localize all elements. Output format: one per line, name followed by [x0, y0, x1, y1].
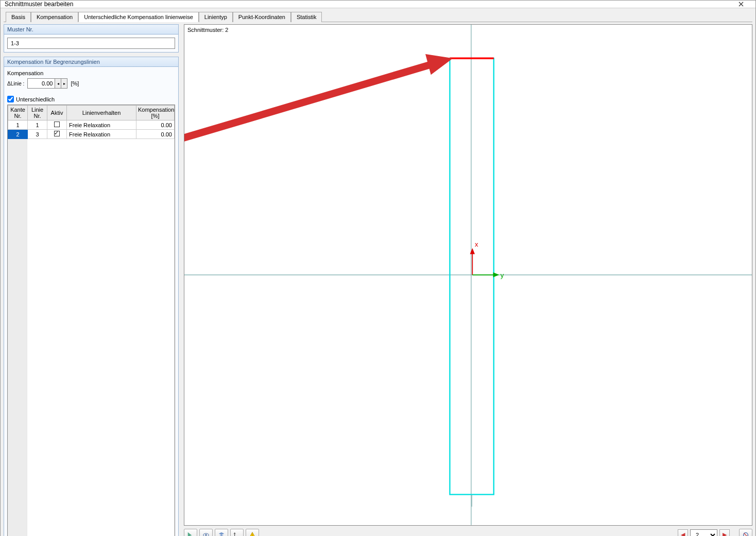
tabstrip: Basis Kompensation Unterschiedliche Komp… — [4, 11, 752, 22]
delta-spin-up[interactable]: ▸ — [61, 78, 67, 89]
svg-text:y: y — [501, 271, 504, 279]
tool-eye-icon[interactable] — [199, 529, 213, 536]
tab-punkt-koordinaten[interactable]: Punkt-Koordinaten — [233, 12, 291, 22]
preview-viewport[interactable]: Schnittmuster: 2 — [184, 24, 752, 526]
preview-toolbar: ◀ 2 ▶ — [184, 528, 752, 536]
tab-linientyp[interactable]: Linientyp — [199, 12, 233, 22]
lines-grid[interactable]: Kante Nr. Linie Nr. Aktiv Linienverhalte… — [7, 105, 175, 536]
unterschiedlich-label: Unterschiedlich — [16, 96, 55, 102]
svg-marker-12 — [425, 54, 453, 75]
kompensation-label: Kompensation — [7, 70, 175, 76]
titlebar: Schnittmuster bearbeiten — [1, 1, 755, 8]
cell-verhalten[interactable]: Freie Relaxation — [67, 130, 136, 139]
window-title: Schnittmuster bearbeiten — [5, 1, 731, 8]
cell-linie[interactable]: 3 — [28, 130, 47, 139]
svg-rect-2 — [450, 58, 493, 494]
close-button[interactable] — [731, 1, 751, 8]
cell-kante: 2 — [8, 130, 28, 139]
svg-line-11 — [184, 62, 438, 147]
annotation-arrow — [184, 54, 453, 147]
preview-label: Schnittmuster: 2 — [187, 27, 228, 33]
col-komp[interactable]: Kompensation [%] — [136, 106, 175, 120]
svg-rect-15 — [252, 534, 252, 536]
preview-canvas: x y — [184, 25, 752, 525]
col-linie[interactable]: Linie Nr. — [28, 106, 47, 120]
svg-marker-6 — [470, 248, 475, 254]
svg-point-14 — [205, 534, 207, 536]
table-row[interactable]: 1 1 Freie Relaxation 0.00 — [8, 120, 175, 130]
col-kante[interactable]: Kante Nr. — [8, 106, 28, 120]
grid-empty-area — [8, 139, 175, 536]
tab-kompensation[interactable]: Kompensation — [31, 12, 78, 22]
delta-row: ΔLinie : ◂ ▸ [%] — [7, 78, 175, 89]
kompensation-group: Kompensation ΔLinie : ◂ ▸ [%] — [4, 67, 179, 536]
tool-warning-icon[interactable] — [246, 529, 259, 536]
unterschiedlich-checkbox[interactable] — [7, 96, 14, 102]
cell-komp[interactable]: 0.00 — [136, 130, 175, 139]
dialog-window: Schnittmuster bearbeiten Basis Kompensat… — [0, 0, 756, 536]
tool-axes-icon[interactable] — [230, 529, 244, 536]
tab-statistik[interactable]: Statistik — [291, 12, 322, 22]
cell-linie[interactable]: 1 — [28, 120, 47, 130]
tool-settings-icon[interactable] — [739, 529, 752, 536]
tab-unterschiedliche-kompensation[interactable]: Unterschiedliche Kompensation linienweis… — [78, 12, 199, 22]
cell-aktiv[interactable] — [47, 130, 67, 139]
svg-marker-8 — [493, 272, 500, 277]
muster-group — [4, 34, 179, 53]
muster-nr-input[interactable] — [7, 38, 175, 49]
tool-select-icon[interactable] — [184, 529, 197, 536]
unterschiedlich-row[interactable]: Unterschiedlich — [7, 96, 175, 102]
cell-komp[interactable]: 0.00 — [136, 120, 175, 130]
preview-prev-button[interactable]: ◀ — [678, 529, 688, 536]
cell-kante: 1 — [8, 120, 28, 130]
left-panel: Muster Nr. Kompensation für Begrenzungsl… — [4, 24, 179, 536]
svg-text:x: x — [475, 240, 478, 248]
cell-verhalten[interactable]: Freie Relaxation — [67, 120, 136, 130]
col-verhalten[interactable]: Linienverhalten — [67, 106, 136, 120]
col-aktiv[interactable]: Aktiv — [47, 106, 67, 120]
delta-unit: [%] — [71, 80, 79, 87]
cell-aktiv[interactable] — [47, 120, 67, 130]
preview-next-button[interactable]: ▶ — [719, 529, 730, 536]
tab-basis[interactable]: Basis — [6, 12, 31, 22]
dialog-body: Basis Kompensation Unterschiedliche Komp… — [1, 8, 755, 536]
preview-index-select[interactable]: 2 — [690, 529, 717, 536]
muster-header: Muster Nr. — [4, 24, 179, 34]
content-row: Muster Nr. Kompensation für Begrenzungsl… — [4, 22, 752, 536]
delta-spin-down[interactable]: ◂ — [55, 78, 61, 89]
delta-input[interactable] — [27, 78, 55, 89]
kompensation-header: Kompensation für Begrenzungslinien — [4, 57, 179, 67]
tool-layers-icon[interactable] — [215, 529, 228, 536]
delta-label: ΔLinie : — [7, 81, 24, 87]
right-panel: Schnittmuster: 2 — [184, 24, 752, 536]
table-row[interactable]: 2 3 Freie Relaxation 0.00 — [8, 130, 175, 139]
